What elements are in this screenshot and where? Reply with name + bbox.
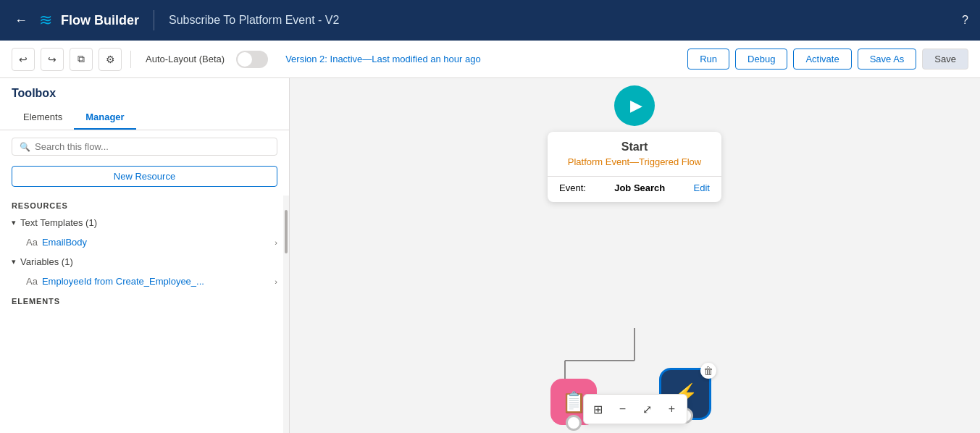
auto-layout-label: Auto-Layout (Beta)	[146, 54, 225, 64]
canvas-toolbar: ⊞ − ⤢ +	[583, 394, 687, 424]
tab-manager[interactable]: Manager	[74, 106, 135, 130]
flow-name: Subscribe To Platform Event - V2	[169, 14, 339, 27]
start-card-title: Start	[559, 140, 710, 154]
toolbar-separator	[130, 51, 131, 68]
start-node[interactable]: ▶ Start Platform Event—Triggered Flow Ev…	[548, 85, 721, 202]
edit-link[interactable]: Edit	[694, 182, 710, 193]
activate-button[interactable]: Activate	[793, 49, 851, 70]
zoom-out-button[interactable]: −	[611, 398, 635, 421]
scrollbar-thumb[interactable]	[285, 210, 288, 253]
redo-button[interactable]: ↪	[41, 48, 64, 71]
chevron-right-icon-var: ›	[275, 277, 277, 286]
flow-canvas: ▶ Start Platform Event—Triggered Flow Ev…	[290, 78, 980, 433]
variables-group: ▾ Variables (1) Aa EmployeeId from Creat…	[0, 252, 289, 291]
settings-button[interactable]: ⚙	[99, 48, 122, 71]
chevron-right-icon: ›	[275, 238, 277, 247]
elements-label: ELEMENTS	[0, 291, 289, 308]
app-title: Flow Builder	[61, 13, 139, 28]
back-button[interactable]: ←	[12, 10, 30, 31]
resources-scroll-area: RESOURCES ▾ Text Templates (1) Aa EmailB…	[0, 196, 289, 433]
email-body-item[interactable]: Aa EmailBody ›	[0, 232, 289, 252]
zoom-in-button[interactable]: +	[661, 398, 684, 421]
fit-button[interactable]: ⤢	[636, 398, 659, 421]
main-toolbar: ↩ ↪ ⧉ ⚙ Auto-Layout (Beta) Version 2: In…	[0, 41, 980, 78]
play-icon: ▶	[630, 96, 642, 115]
help-button[interactable]: ?	[962, 14, 968, 27]
email-body-label: EmailBody	[42, 237, 270, 248]
text-templates-group-header[interactable]: ▾ Text Templates (1)	[0, 213, 289, 232]
toolbar-right: Run Debug Activate Save As Save	[687, 49, 968, 70]
variables-group-name: Variables (1)	[20, 256, 73, 267]
search-container: 🔍	[0, 130, 289, 163]
variables-group-header[interactable]: ▾ Variables (1)	[0, 252, 289, 272]
start-card-subtitle: Platform Event—Triggered Flow	[559, 156, 710, 167]
sidebar-tabs: Elements Manager	[0, 106, 289, 130]
event-label: Event:	[559, 182, 586, 193]
event-value: Job Search	[614, 182, 665, 193]
start-card-divider	[548, 176, 721, 177]
save-as-button[interactable]: Save As	[858, 49, 917, 70]
variable-icon: Aa	[26, 276, 38, 287]
text-templates-group-name: Text Templates (1)	[20, 217, 97, 228]
run-button[interactable]: Run	[687, 49, 729, 70]
version-info: Version 2: Inactive—Last modified an hou…	[285, 54, 481, 64]
grid-button[interactable]: ⊞	[587, 398, 610, 421]
save-button[interactable]: Save	[922, 49, 968, 70]
resources-label: RESOURCES	[0, 196, 289, 213]
sidebar: Toolbox Elements Manager 🔍 New Resource …	[0, 78, 290, 433]
app-header: ← ≋ Flow Builder Subscribe To Platform E…	[0, 0, 980, 41]
wave-icon: ≋	[39, 11, 52, 30]
new-resource-button[interactable]: New Resource	[12, 166, 277, 187]
text-template-icon: Aa	[26, 237, 38, 248]
employee-id-item[interactable]: Aa EmployeeId from Create_Employee_... ›	[0, 272, 289, 291]
search-icon: 🔍	[20, 142, 30, 152]
chevron-down-icon: ▾	[12, 218, 16, 227]
undo-button[interactable]: ↩	[12, 48, 35, 71]
start-card[interactable]: Start Platform Event—Triggered Flow Even…	[548, 132, 721, 202]
main-content: Toolbox Elements Manager 🔍 New Resource …	[0, 78, 980, 433]
auto-layout-toggle[interactable]	[236, 51, 268, 68]
tab-elements[interactable]: Elements	[12, 106, 74, 130]
header-divider	[154, 10, 154, 30]
debug-button[interactable]: Debug	[735, 49, 787, 70]
toolbox-title: Toolbox	[0, 78, 289, 106]
delete-action-button[interactable]: 🗑	[700, 363, 716, 379]
search-input[interactable]	[35, 141, 269, 152]
copy-button[interactable]: ⧉	[70, 48, 93, 71]
start-card-event: Event: Job Search Edit	[548, 182, 721, 193]
text-templates-group: ▾ Text Templates (1) Aa EmailBody ›	[0, 213, 289, 252]
chevron-down-icon-variables: ▾	[12, 257, 16, 266]
start-play-button[interactable]: ▶	[614, 85, 655, 126]
employee-id-label: EmployeeId from Create_Employee_...	[42, 276, 270, 287]
scrollbar-track[interactable]	[283, 196, 289, 433]
search-input-wrap: 🔍	[12, 138, 277, 156]
resources-section: RESOURCES ▾ Text Templates (1) Aa EmailB…	[0, 196, 289, 314]
